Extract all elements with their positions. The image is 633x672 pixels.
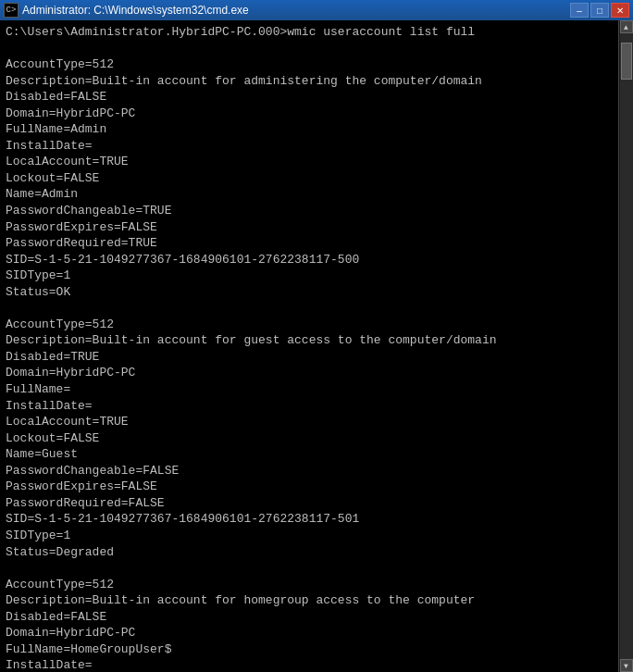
terminal-line: SID=S-1-5-21-1049277367-1684906101-27622… [6, 252, 613, 268]
terminal-line: Lockout=FALSE [6, 170, 613, 187]
scroll-down-arrow[interactable]: ▼ [620, 659, 633, 672]
terminal-line: PasswordExpires=FALSE [6, 219, 613, 236]
cmd-icon: C> [4, 3, 19, 18]
terminal-line: Disabled=FALSE [6, 89, 613, 106]
scroll-up-arrow[interactable]: ▲ [620, 20, 633, 33]
terminal-line: Lockout=FALSE [6, 430, 613, 447]
terminal-line: Description=Built-in account for homegro… [6, 592, 613, 609]
terminal-line: FullName= [6, 381, 613, 398]
terminal-line: SID=S-1-5-21-1049277367-1684906101-27622… [6, 511, 613, 528]
terminal-line: LocalAccount=TRUE [6, 414, 613, 430]
title-bar-left: C> Administrator: C:\Windows\system32\cm… [4, 3, 249, 18]
account-block-3: AccountType=512Description=Built-in acco… [6, 577, 613, 672]
prompt-top: C:\Users\Administrator.HybridPC-PC.000>w… [6, 24, 613, 41]
terminal-line: PasswordRequired=FALSE [6, 495, 613, 512]
terminal-line: FullName=HomeGroupUser$ [6, 641, 613, 658]
terminal-line: Name=Admin [6, 186, 613, 203]
terminal-line: Domain=HybridPC-PC [6, 625, 613, 641]
terminal-line: AccountType=512 [6, 56, 613, 73]
terminal-line: Description=Built-in account for adminis… [6, 73, 613, 90]
terminal-line: Domain=HybridPC-PC [6, 365, 613, 381]
maximize-button[interactable]: □ [590, 3, 609, 18]
window-title: Administrator: C:\Windows\system32\cmd.e… [22, 4, 249, 17]
terminal-line: Disabled=FALSE [6, 609, 613, 626]
terminal-line: InstallDate= [6, 398, 613, 415]
terminal-line: PasswordRequired=TRUE [6, 235, 613, 252]
scrollbar[interactable]: ▲ ▼ [618, 20, 633, 672]
terminal-line: Domain=HybridPC-PC [6, 106, 613, 122]
account-block-1: AccountType=512Description=Built-in acco… [6, 56, 613, 300]
terminal-content: C:\Users\Administrator.HybridPC-PC.000>w… [0, 20, 618, 672]
terminal-line: SIDType=1 [6, 268, 613, 284]
account-block-2: AccountType=512Description=Built-in acco… [6, 317, 613, 560]
scroll-track[interactable] [620, 33, 633, 659]
terminal-line: Status=OK [6, 284, 613, 301]
terminal-line: AccountType=512 [6, 577, 613, 593]
terminal-line: Name=Guest [6, 446, 613, 463]
terminal-line: Status=Degraded [6, 544, 613, 561]
terminal-line: SIDType=1 [6, 528, 613, 544]
terminal-line: PasswordChangeable=FALSE [6, 463, 613, 479]
terminal-line: AccountType=512 [6, 317, 613, 333]
terminal-line: Disabled=TRUE [6, 349, 613, 366]
terminal-line: PasswordChangeable=TRUE [6, 203, 613, 219]
minimize-button[interactable]: – [570, 3, 589, 18]
terminal-line: PasswordExpires=FALSE [6, 479, 613, 495]
terminal-line: InstallDate= [6, 138, 613, 155]
terminal-line: InstallDate= [6, 657, 613, 672]
terminal-line: FullName=Admin [6, 121, 613, 138]
title-bar-buttons: – □ ✕ [570, 3, 629, 18]
terminal-line: Description=Built-in account for guest a… [6, 332, 613, 349]
close-button[interactable]: ✕ [611, 3, 629, 18]
scroll-thumb[interactable] [621, 43, 632, 80]
terminal-line: LocalAccount=TRUE [6, 154, 613, 170]
title-bar: C> Administrator: C:\Windows\system32\cm… [0, 0, 633, 20]
window-body: C:\Users\Administrator.HybridPC-PC.000>w… [0, 20, 633, 672]
